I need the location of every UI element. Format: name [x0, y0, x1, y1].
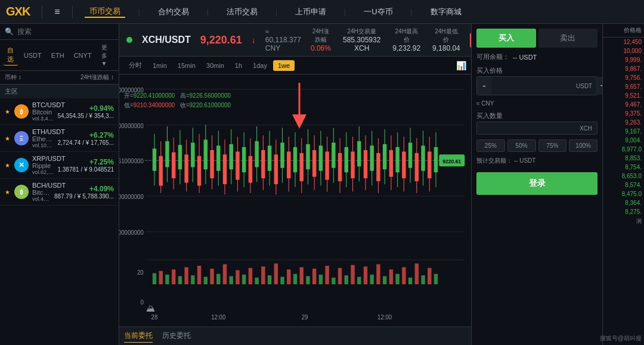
nav-item-u-grab[interactable]: 一U夺币 [359, 7, 397, 17]
svg-rect-127 [287, 269, 290, 284]
bch-vol: vol.46,188.8983 BCH [32, 196, 51, 202]
svg-rect-118 [230, 276, 233, 284]
chart-tab-1day[interactable]: 1day [248, 60, 272, 71]
coin-item-btc[interactable]: ★ ₿ BTC/USDT Bitcoin vol.3,405.7546 BTC … [0, 98, 119, 125]
market-price-cny: ≈ 60,118.377 CNY [265, 27, 301, 52]
coin-tab-usdt[interactable]: USDT [20, 51, 45, 60]
svg-text:12:00: 12:00 [377, 313, 392, 321]
star-icon-btc[interactable]: ★ [5, 108, 11, 115]
login-button[interactable]: 登录 [476, 172, 597, 195]
star-icon-eth[interactable]: ★ [5, 135, 11, 142]
xrp-change: +7.25% [57, 158, 114, 166]
coin-tab-eth[interactable]: ETH [48, 51, 68, 60]
star-icon-xrp[interactable]: ★ [5, 162, 11, 169]
bottom-tab-current[interactable]: 当前委托 [124, 330, 153, 343]
coin-item-bch[interactable]: ★ ₿ BCH/USDT Bitcoin Cash vol.46,188.898… [0, 179, 119, 206]
eth-icon: Ξ [14, 131, 29, 145]
svg-rect-71 [325, 151, 329, 179]
pct-50-button[interactable]: 50% [507, 139, 536, 152]
svg-text:9220.61: 9220.61 [442, 158, 461, 165]
price-list-item-3: 9,999. [603, 55, 644, 64]
price-input-row: - USDT + [476, 76, 597, 95]
chart-tab-1we[interactable]: 1we [273, 60, 295, 71]
eth-pair: ETH/USDT [32, 128, 54, 135]
nav-item-coin-trade[interactable]: 币币交易 [85, 6, 125, 18]
svg-rect-130 [306, 276, 309, 284]
svg-rect-63 [300, 153, 304, 181]
pct-100-button[interactable]: 100% [569, 139, 597, 152]
sell-tab-button[interactable]: 卖出 [538, 29, 598, 48]
price-minus-button[interactable]: - [477, 77, 491, 95]
chart-tab-1h[interactable]: 1h [230, 60, 247, 71]
main-layout: 🔍 自选 USDT ETH CNYT 更多 ▼ 币种 ↕ 24H涨跌幅 ↕ 主区… [0, 24, 644, 345]
qty-input-field[interactable] [482, 125, 553, 132]
eth-price: 2,724.74 / ¥ 17,765... [57, 139, 114, 146]
buy-tab-button[interactable]: 买入 [476, 29, 536, 48]
svg-rect-114 [204, 277, 208, 284]
svg-rect-21 [165, 141, 169, 167]
svg-rect-51 [261, 150, 265, 178]
nav-item-listing[interactable]: 上币申请 [290, 7, 331, 17]
eth-info: ETH/USDT Ethereum vol.103,500.585 ETH [32, 128, 54, 148]
far-right-header: 价格格 [603, 24, 644, 38]
bch-icon: ₿ [14, 185, 29, 199]
xrp-name: Ripple [32, 162, 54, 169]
coin-item-xrp[interactable]: ★ ✕ XRP/USDT Ripple vol.62,888,253.729 X… [0, 152, 119, 179]
buy-price-label: 买入价格 [476, 66, 597, 75]
estimated-label: 预计交易额： [476, 157, 512, 164]
nav-divider2 [72, 6, 73, 18]
svg-rect-134 [332, 278, 335, 284]
svg-rect-122 [255, 278, 258, 284]
svg-rect-29 [191, 142, 194, 167]
coin-tab-favorites[interactable]: 自选 [4, 45, 18, 66]
menu-icon[interactable]: ≡ [54, 7, 60, 17]
svg-rect-110 [178, 276, 182, 284]
coin-item-eth[interactable]: ★ Ξ ETH/USDT Ethereum vol.103,500.585 ET… [0, 125, 119, 152]
svg-rect-43 [236, 151, 239, 179]
chart-tab-fen[interactable]: 分时 [124, 59, 147, 72]
nav-item-digital-mall[interactable]: 数字商城 [426, 7, 466, 17]
estimated-row: 预计交易额： -- USDT [476, 157, 597, 165]
chart-tab-15min[interactable]: 15min [173, 60, 200, 71]
center-content: XCH/USDT 9,220.61 ↓ ≈ 60,118.377 CNY 24H… [119, 24, 471, 345]
xrp-stats: +7.25% 1.38781 / ¥ 9.048521 [57, 158, 114, 173]
chart-settings-icon[interactable]: 📊 [456, 61, 466, 70]
svg-rect-65 [306, 144, 309, 169]
svg-rect-95 [402, 151, 405, 178]
svg-rect-79 [351, 151, 354, 178]
nav-item-contract-trade[interactable]: 合约交易 [153, 7, 194, 17]
bch-stats: +4.09% 887.79 / ¥ 5,788.390... [54, 185, 114, 200]
stat-volume-val: 585.305932 XCH [343, 36, 380, 52]
header-coin[interactable]: 币种 ↕ [5, 73, 70, 82]
coin-tab-more[interactable]: 更多 ▼ [98, 42, 115, 68]
bottom-tab-history[interactable]: 历史委托 [162, 330, 191, 343]
search-input[interactable] [17, 27, 114, 36]
stat-low: 24H最低价 9,180.04 [432, 27, 460, 52]
svg-rect-105 [434, 147, 438, 172]
chart-tab-30min[interactable]: 30min [202, 60, 229, 71]
svg-rect-135 [338, 268, 342, 284]
header-change[interactable]: 24H涨跌幅 ↕ [72, 73, 114, 82]
btc-price: 54,354.35 / ¥ 354,3... [57, 113, 114, 119]
svg-rect-69 [319, 145, 323, 170]
star-icon-bch[interactable]: ★ [5, 189, 11, 195]
price-list-item-4: 9,867. [603, 64, 644, 73]
svg-rect-109 [172, 269, 175, 284]
stat-high-label: 24H最高价 [392, 27, 420, 44]
svg-rect-99 [415, 153, 419, 181]
ohlc-open: 开=9220.41000000 高=9226.56000000 [124, 91, 231, 101]
svg-rect-150 [434, 274, 438, 284]
coin-tab-cnyt[interactable]: CNYT [70, 51, 95, 60]
svg-rect-141 [376, 264, 380, 284]
pct-25-button[interactable]: 25% [476, 139, 505, 152]
chart-tab-1min[interactable]: 1min [148, 60, 172, 71]
pct-75-button[interactable]: 75% [538, 139, 567, 152]
buy-qty-label: 买入数量 [476, 111, 597, 120]
percentage-row: 25% 50% 75% 100% [476, 139, 597, 152]
stat-change-label: 24H涨跌幅 [311, 27, 331, 44]
ohlc-low: 低=9210.34000000 收=9220.61000000 [124, 101, 231, 110]
nav-item-fiat-trade[interactable]: 法币交易 [222, 7, 262, 17]
price-input-field[interactable] [493, 82, 575, 89]
section-label: 主区 [0, 85, 119, 98]
svg-rect-143 [389, 269, 393, 284]
